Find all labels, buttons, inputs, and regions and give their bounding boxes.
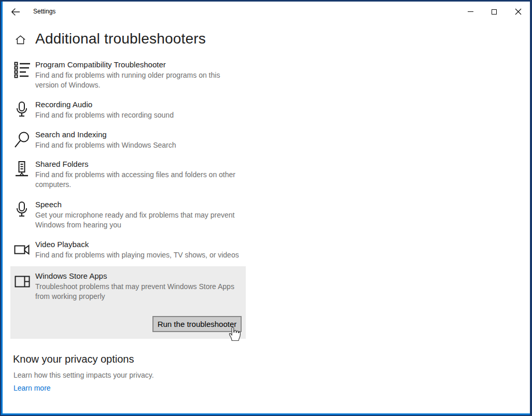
microphone-icon [13,99,35,120]
page-title: Additional troubleshooters [35,31,206,47]
troubleshooter-speech[interactable]: Speech Get your microphone ready and fix… [13,199,242,230]
troubleshooter-description: Find and fix problems with Windows Searc… [35,140,242,150]
troubleshooter-program-compatibility[interactable]: Program Compatibility Troubleshooter Fin… [13,60,242,90]
troubleshooter-name: Search and Indexing [35,130,242,140]
windows-store-apps-panel[interactable]: Windows Store Apps Troubleshoot problems… [10,266,246,339]
troubleshooter-recording-audio[interactable]: Recording Audio Find and fix problems wi… [13,99,242,120]
troubleshooter-name: Speech [35,199,242,210]
run-troubleshooter-button[interactable]: Run the troubleshooter [152,316,242,332]
settings-window: Settings Additional troubleshooters [0,0,532,416]
window-controls [458,2,530,22]
troubleshooter-description: Find and fix problems with playing movie… [35,250,242,260]
troubleshooter-description: Find and fix problems with running older… [35,70,242,90]
search-icon [13,130,35,150]
troubleshooter-description: Troubleshoot problems that may prevent W… [35,282,242,302]
troubleshooter-name: Program Compatibility Troubleshooter [35,60,242,70]
troubleshooter-description: Find and fix problems with accessing fil… [35,170,242,190]
microphone-icon [13,199,35,230]
troubleshooter-shared-folders[interactable]: Shared Folders Find and fix problems wit… [13,159,242,190]
troubleshooter-name: Video Playback [35,239,242,250]
troubleshooter-description: Find and fix problems with recording sou… [35,110,242,120]
shared-folders-icon [13,159,35,190]
close-icon [515,8,522,15]
learn-more-link[interactable]: Learn more [13,384,51,392]
troubleshooter-name: Windows Store Apps [35,271,242,281]
maximize-button[interactable] [482,2,506,22]
video-camera-icon [13,239,35,260]
privacy-text: Learn how this setting impacts your priv… [13,371,154,379]
back-button[interactable] [4,2,27,22]
minimize-icon [468,11,473,12]
troubleshooter-name: Recording Audio [35,99,242,110]
titlebar: Settings [1,2,530,22]
troubleshooter-windows-store-apps[interactable]: Windows Store Apps Troubleshoot problems… [13,271,242,302]
troubleshooter-search-indexing[interactable]: Search and Indexing Find and fix problem… [13,130,242,150]
privacy-heading: Know your privacy options [13,353,134,365]
close-button[interactable] [506,2,530,22]
store-apps-icon [13,271,35,302]
program-list-icon [13,60,35,90]
troubleshooter-video-playback[interactable]: Video Playback Find and fix problems wit… [13,239,242,260]
maximize-icon [492,9,497,15]
window-title: Settings [33,2,55,22]
troubleshooter-name: Shared Folders [35,159,242,169]
window-frame-accent-bottom [1,413,530,415]
troubleshooter-description: Get your microphone ready and fix proble… [35,210,242,230]
home-icon [15,35,26,45]
back-arrow-icon [11,8,20,16]
window-frame-accent-left [1,2,3,415]
minimize-button[interactable] [458,2,482,22]
